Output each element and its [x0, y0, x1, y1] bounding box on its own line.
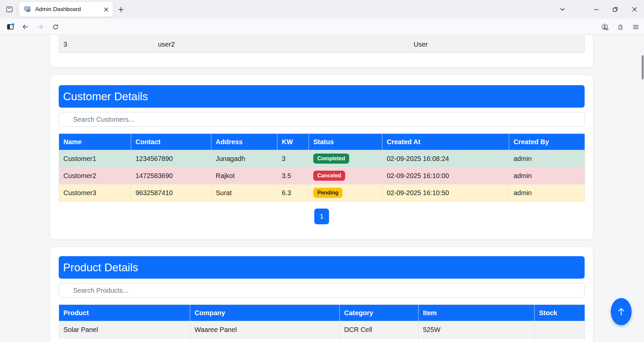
column-header: KW	[277, 134, 309, 150]
menu-button[interactable]	[630, 21, 641, 33]
customer-contact-cell: 1472583690	[131, 167, 211, 184]
customers-header-row: Name Contact Address KW Status Created A…	[59, 134, 585, 150]
column-header: Name	[59, 134, 131, 150]
page-content: 3 user2 User Customer Details Name Conta…	[0, 35, 644, 342]
customer-created-by-cell: admin	[509, 150, 585, 167]
user-role-cell: User	[409, 36, 585, 53]
customer-details-card: Customer Details Name Contact Address KW…	[50, 75, 593, 239]
status-badge: Pending	[313, 188, 342, 198]
account-icon	[601, 23, 609, 31]
customer-name-cell: Customer1	[59, 150, 131, 167]
browser-titlebar: Admin Dashboard	[0, 0, 644, 19]
product-company-cell: Waaree Panel	[190, 321, 340, 338]
close-icon	[104, 7, 108, 12]
customer-contact-cell: 9632587410	[131, 184, 211, 202]
back-button[interactable]	[20, 21, 31, 33]
account-button[interactable]	[599, 21, 610, 33]
users-card: 3 user2 User	[50, 35, 593, 67]
vertical-scrollbar[interactable]	[642, 55, 644, 79]
tabbar-divider	[16, 5, 17, 14]
customer-status-cell: Canceled	[309, 167, 382, 184]
customers-pagination: 1	[50, 209, 593, 224]
hamburger-menu-icon	[632, 23, 639, 31]
customer-name-cell: Customer2	[59, 167, 131, 184]
status-badge: Completed	[313, 154, 349, 164]
product-item-cell: 525W	[419, 321, 535, 338]
customer-name-cell: Customer3	[59, 184, 131, 202]
column-header: Stock	[535, 305, 585, 321]
customer-details-header: Customer Details	[59, 85, 585, 108]
minimize-icon	[593, 6, 599, 12]
product-details-header: Product Details	[59, 256, 585, 279]
customer-status-cell: Completed	[309, 150, 382, 167]
forward-arrow-icon	[37, 23, 44, 31]
customer-created-at-cell: 02-09-2025 16:10:50	[382, 184, 509, 202]
customer-kw-cell: 3	[277, 150, 309, 167]
product-details-card: Product Details Product Company Category…	[50, 247, 593, 342]
column-header: Created By	[509, 134, 585, 150]
window-restore-button[interactable]	[609, 4, 621, 15]
new-tab-button[interactable]	[115, 4, 126, 15]
customer-address-cell: Rajkot	[211, 167, 277, 184]
scroll-to-top-button[interactable]	[611, 298, 632, 325]
window-close-button[interactable]	[629, 4, 640, 15]
customer-created-at-cell: 02-09-2025 16:10:00	[382, 167, 509, 184]
customer-created-by-cell: admin	[509, 184, 585, 202]
column-header: Category	[340, 305, 419, 321]
forward-button[interactable]	[35, 21, 46, 33]
customer-status-cell: Pending	[309, 184, 382, 202]
customer-row: Customer1 1234567890 Junagadh 3 Complete…	[59, 150, 585, 167]
products-header-row: Product Company Category Item Stock	[59, 305, 585, 321]
firefox-view-button[interactable]	[4, 4, 15, 15]
plus-icon	[118, 7, 124, 12]
search-products-input[interactable]	[59, 283, 585, 298]
product-row	[59, 338, 585, 342]
customer-address-cell: Surat	[211, 184, 277, 202]
user-username-cell: user2	[154, 36, 409, 53]
sidebar-toggle-button[interactable]	[5, 21, 16, 33]
column-header: Product	[59, 305, 190, 321]
customer-row: Customer2 1472583690 Rajkot 3.5 Canceled…	[59, 167, 585, 184]
column-header: Address	[211, 134, 277, 150]
section-title: Product Details	[63, 261, 138, 274]
sidebar-icon	[6, 23, 14, 31]
customer-created-at-cell: 02-09-2025 16:08:24	[382, 150, 509, 167]
tab-admin-dashboard[interactable]: Admin Dashboard	[19, 2, 113, 17]
list-all-tabs-button[interactable]	[557, 4, 568, 15]
browser-toolbar: http://localhost/Final Projects/Qualitud…	[0, 19, 644, 35]
reload-button[interactable]	[50, 21, 61, 33]
product-row: Solar Panel Waaree Panel DCR Cell 525W	[59, 321, 585, 338]
customer-contact-cell: 1234567890	[131, 150, 211, 167]
close-icon	[632, 6, 638, 12]
customer-address-cell: Junagadh	[211, 150, 277, 167]
product-name-cell: Solar Panel	[59, 321, 190, 338]
reload-icon	[52, 23, 59, 31]
customer-kw-cell: 3.5	[277, 167, 309, 184]
tab-title: Admin Dashboard	[35, 6, 102, 13]
customer-created-by-cell: admin	[509, 167, 585, 184]
restore-icon	[612, 6, 618, 12]
customers-table: Name Contact Address KW Status Created A…	[59, 133, 585, 202]
search-customers-input[interactable]	[59, 112, 585, 127]
product-stock-cell	[535, 321, 585, 338]
table-row: 3 user2 User	[59, 36, 585, 53]
column-header: Company	[190, 305, 340, 321]
site-favicon	[24, 6, 31, 13]
products-table: Product Company Category Item Stock Sola…	[59, 304, 585, 342]
arrow-up-icon	[615, 306, 627, 318]
users-table: 3 user2 User	[59, 36, 585, 53]
product-category-cell: DCR Cell	[340, 321, 419, 338]
extensions-button[interactable]	[614, 21, 626, 33]
pagination-page-1-button[interactable]: 1	[314, 209, 329, 224]
column-header: Contact	[131, 134, 211, 150]
chevron-down-icon	[559, 6, 566, 12]
column-header: Item	[419, 305, 535, 321]
back-arrow-icon	[22, 23, 29, 31]
tab-close-button[interactable]	[102, 5, 110, 14]
section-title: Customer Details	[63, 90, 148, 103]
status-badge: Canceled	[313, 171, 345, 181]
column-header: Created At	[382, 134, 509, 150]
puzzle-icon	[616, 23, 624, 31]
window-minimize-button[interactable]	[591, 4, 602, 15]
user-id-cell: 3	[59, 36, 154, 53]
